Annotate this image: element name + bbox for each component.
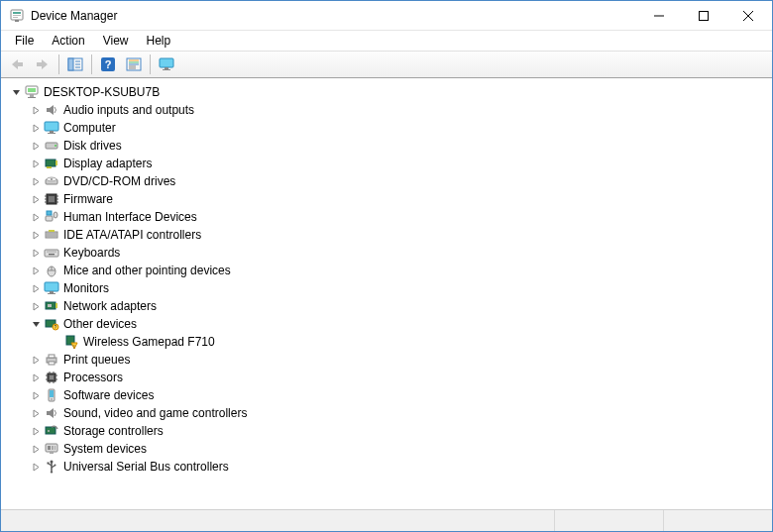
svg-rect-25 [165,67,168,69]
tree-node-usb[interactable]: Universal Serial Bus controllers [9,458,770,476]
toolbar-monitor-button[interactable] [155,53,178,75]
device-tree-pane[interactable]: DESKTOP-KSUBU7B Audio inputs and outputs… [1,78,772,509]
computer-icon [24,84,40,100]
toolbar-help-button[interactable]: ? [96,53,120,75]
window-title: Device Manager [31,9,636,23]
close-button[interactable] [725,1,770,30]
toolbar-forward-button[interactable] [31,53,55,75]
svg-rect-2 [13,15,21,16]
toolbar-back-button[interactable] [5,53,29,75]
tree-node-other-child[interactable]: ! Wireless Gamepad F710 [9,333,770,351]
unknown-device-warning-icon: ! [63,334,79,350]
svg-rect-68 [50,291,54,293]
menu-view[interactable]: View [95,33,137,49]
chevron-right-icon[interactable] [29,442,43,456]
svg-rect-56 [49,230,55,232]
tree-node-label: Software devices [63,388,154,402]
tree-node-storage[interactable]: Storage controllers [9,422,770,440]
toolbar-separator [91,54,92,74]
svg-rect-80 [49,362,55,365]
svg-rect-31 [45,122,58,131]
svg-point-41 [51,178,53,180]
tree-node-label: Computer [63,121,116,135]
chevron-right-icon[interactable] [29,246,43,260]
chevron-right-icon[interactable] [29,174,43,188]
svg-rect-57 [45,250,58,257]
tree-node-label: Disk drives [63,139,122,153]
chevron-right-icon[interactable] [29,424,43,438]
chevron-right-icon[interactable] [29,353,43,367]
tree-node-ide[interactable]: IDE ATA/ATAPI controllers [9,226,770,244]
tree-node-network[interactable]: Network adapters [9,297,770,315]
tree-node-mice[interactable]: Mice and other pointing devices [9,262,770,279]
tree-node-label: Keyboards [63,246,120,260]
chevron-right-icon[interactable] [29,281,43,295]
svg-point-60 [51,251,52,252]
chevron-right-icon[interactable] [29,139,43,153]
chevron-down-icon[interactable] [29,317,43,331]
tree-node-label: Print queues [63,353,130,367]
svg-point-35 [55,145,56,147]
menu-file[interactable]: File [7,33,42,49]
svg-rect-97 [48,446,51,450]
tree-node-disk[interactable]: Disk drives [9,137,770,155]
titlebar: Device Manager [1,1,772,31]
chevron-right-icon[interactable] [29,388,43,402]
tree-node-printqueues[interactable]: Print queues [9,351,770,369]
tree-root-label: DESKTOP-KSUBU7B [44,85,160,99]
menubar: File Action View Help [1,31,772,51]
svg-rect-69 [48,293,55,294]
menu-action[interactable]: Action [44,33,92,49]
chevron-right-icon[interactable] [29,103,43,117]
processor-icon [44,370,59,385]
chevron-right-icon[interactable] [29,210,43,224]
svg-rect-100 [50,452,54,454]
menu-help[interactable]: Help [139,33,179,49]
sound-icon [44,405,59,421]
network-icon [44,298,59,314]
svg-rect-10 [37,62,42,66]
toolbar-scan-button[interactable] [122,53,146,75]
tree-node-other[interactable]: ? Other devices [9,315,770,333]
svg-rect-4 [15,20,19,22]
toolbar-show-hide-button[interactable] [63,53,87,75]
tree-node-system[interactable]: System devices [9,440,770,458]
tree-node-label: Sound, video and game controllers [63,406,247,420]
minimize-button[interactable] [636,1,681,30]
tree-node-monitors[interactable]: Monitors [9,279,770,297]
tree-node-label: Monitors [63,281,109,295]
tree-node-dvd[interactable]: DVD/CD-ROM drives [9,172,770,190]
chevron-right-icon[interactable] [29,192,43,206]
device-tree: DESKTOP-KSUBU7B Audio inputs and outputs… [3,81,770,478]
chevron-right-icon[interactable] [29,371,43,384]
tree-node-computer[interactable]: Computer [9,119,770,137]
tree-node-processors[interactable]: Processors [9,369,770,386]
chevron-right-icon[interactable] [29,406,43,420]
tree-node-label: Display adapters [63,157,152,170]
tree-node-label: Wireless Gamepad F710 [83,335,215,349]
chevron-right-icon[interactable] [29,460,43,474]
chevron-right-icon[interactable] [29,264,43,277]
tree-node-label: DVD/CD-ROM drives [63,174,175,188]
toolbar-separator [150,54,151,74]
maximize-button[interactable] [681,1,725,30]
chevron-down-icon[interactable] [9,85,23,99]
svg-rect-37 [55,160,57,165]
svg-rect-50 [46,216,53,221]
tree-node-label: Audio inputs and outputs [63,103,194,117]
chevron-right-icon[interactable] [29,228,43,242]
tree-node-software[interactable]: Software devices [9,386,770,404]
tree-root[interactable]: DESKTOP-KSUBU7B [9,83,770,101]
tree-node-display[interactable]: Display adapters [9,155,770,172]
tree-node-keyboards[interactable]: Keyboards [9,244,770,262]
chevron-right-icon[interactable] [29,157,43,170]
tree-node-hid[interactable]: Human Interface Devices [9,208,770,226]
tree-node-audio[interactable]: Audio inputs and outputs [9,101,770,119]
svg-rect-3 [13,17,18,18]
status-cell [663,510,772,531]
tree-node-firmware[interactable]: Firmware [9,190,770,208]
chevron-right-icon[interactable] [29,299,43,313]
chevron-right-icon[interactable] [29,121,43,135]
tree-node-sound[interactable]: Sound, video and game controllers [9,404,770,422]
svg-rect-6 [699,11,708,20]
